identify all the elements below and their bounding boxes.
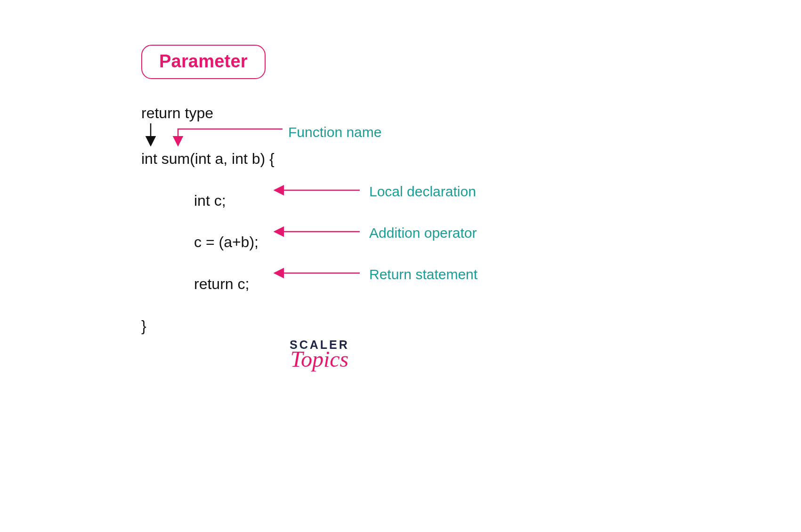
return-type-label: return type <box>141 103 659 124</box>
annotation-local-decl: Local declaration <box>369 182 476 202</box>
logo-line2: Topics <box>290 346 349 372</box>
code-block: return type int sum(int a, int b) { int … <box>141 103 659 337</box>
diagram-container: Parameter return type int sum(int a, int… <box>141 45 659 337</box>
code-close: } <box>141 315 659 337</box>
code-signature: int sum(int a, int b) { <box>141 148 659 169</box>
annotation-return-stmt: Return statement <box>369 265 477 284</box>
annotation-add-op: Addition operator <box>369 223 477 243</box>
parameter-box: Parameter <box>141 45 266 79</box>
parameter-label: Parameter <box>159 51 248 71</box>
annotation-function-name: Function name <box>288 122 381 142</box>
scaler-topics-logo: SCALER Topics <box>290 338 349 372</box>
